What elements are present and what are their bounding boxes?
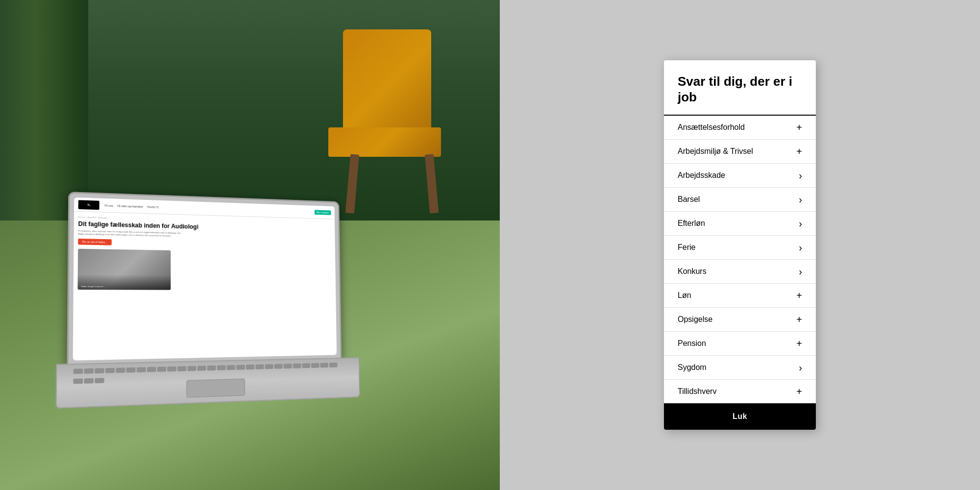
key bbox=[167, 367, 176, 372]
nav-item-3: Hvorfor TL bbox=[147, 205, 159, 209]
plus-icon: + bbox=[796, 315, 802, 324]
card-footer-close[interactable]: Luk bbox=[664, 403, 816, 430]
card-title: Svar til dig, der er i job bbox=[678, 74, 802, 104]
chair bbox=[323, 29, 461, 225]
card-header: Svar til dig, der er i job bbox=[664, 60, 816, 115]
menu-item-barsel[interactable]: Barsel› bbox=[664, 188, 816, 212]
plus-icon: + bbox=[796, 147, 802, 156]
laptop-screen-housing: TL Få svar Få viden og inspiration Hvorf… bbox=[67, 192, 342, 367]
menu-item-label: Sygdom bbox=[678, 363, 707, 372]
key bbox=[84, 378, 94, 383]
menu-item-ansættelsesforhold[interactable]: Ansættelsesforhold+ bbox=[664, 116, 816, 140]
menu-item-løn[interactable]: Løn+ bbox=[664, 284, 816, 308]
site-cta-button[interactable]: Bliv en del af fælles... bbox=[78, 238, 111, 245]
key bbox=[226, 365, 235, 370]
key bbox=[157, 367, 167, 372]
key bbox=[236, 365, 245, 369]
menu-item-sygdom[interactable]: Sygdom› bbox=[664, 356, 816, 380]
laptop-screen: TL Få svar Få viden og inspiration Hvorf… bbox=[73, 197, 337, 361]
key bbox=[147, 367, 156, 372]
menu-item-label: Arbejdsskade bbox=[678, 171, 725, 180]
site-description: Få inspiration, viden og kurser inden fo… bbox=[78, 230, 180, 238]
nav-item-1: Få svar bbox=[104, 204, 113, 207]
menu-item-konkurs[interactable]: Konkurs› bbox=[664, 260, 816, 284]
key bbox=[84, 368, 94, 374]
plus-icon: + bbox=[796, 291, 802, 300]
logo-text: TL bbox=[87, 203, 91, 206]
menu-item-label: Konkurs bbox=[678, 267, 707, 276]
plus-icon: + bbox=[796, 387, 802, 396]
menu-item-arbejdsmiljø-and-trivsel[interactable]: Arbejdsmiljø & Trivsel+ bbox=[664, 140, 816, 164]
image-caption: Sådan brugte Louise en... bbox=[81, 285, 105, 287]
laptop: TL Få svar Få viden og inspiration Hvorf… bbox=[55, 191, 360, 409]
chair-leg-right bbox=[425, 154, 439, 213]
key bbox=[177, 366, 186, 371]
menu-item-label: Efterløn bbox=[678, 219, 705, 228]
menu-item-ferie[interactable]: Ferie› bbox=[664, 236, 816, 260]
chevron-right-icon: › bbox=[799, 171, 802, 180]
right-panel: Svar til dig, der er i job Ansættelsesfo… bbox=[500, 0, 980, 490]
key bbox=[246, 365, 255, 369]
chevron-right-icon: › bbox=[799, 267, 802, 276]
plus-icon: + bbox=[796, 339, 802, 348]
menu-item-label: Tillidshverv bbox=[678, 387, 716, 396]
key bbox=[320, 363, 328, 368]
key bbox=[73, 378, 83, 384]
menu-item-efterløn[interactable]: Efterløn› bbox=[664, 212, 816, 236]
key bbox=[329, 363, 338, 368]
key bbox=[207, 366, 216, 371]
chevron-right-icon: › bbox=[799, 195, 802, 204]
chair-seat bbox=[328, 127, 441, 157]
key bbox=[105, 368, 115, 373]
menu-item-label: Ansættelsesforhold bbox=[678, 123, 745, 132]
card-menu-list: Ansættelsesforhold+Arbejdsmiljø & Trivse… bbox=[664, 116, 816, 403]
key bbox=[274, 364, 283, 368]
key bbox=[74, 368, 83, 374]
menu-item-tillidshverv[interactable]: Tillidshverv+ bbox=[664, 380, 816, 403]
key bbox=[187, 366, 196, 371]
menu-item-label: Opsigelse bbox=[678, 315, 712, 324]
site-logo: TL bbox=[78, 200, 99, 210]
key bbox=[116, 368, 125, 373]
left-panel: TL Få svar Få viden og inspiration Hvorf… bbox=[0, 0, 500, 490]
chevron-right-icon: › bbox=[799, 243, 802, 252]
plus-icon: + bbox=[796, 122, 802, 132]
site-content: Få svar > Brancher > Audiologi Dit fagli… bbox=[74, 212, 336, 294]
nav-item-2: Få viden og inspiration bbox=[117, 204, 143, 208]
key bbox=[284, 364, 292, 368]
key bbox=[255, 364, 264, 369]
close-label: Luk bbox=[733, 412, 747, 420]
key bbox=[293, 364, 301, 368]
key bbox=[197, 366, 206, 371]
key bbox=[311, 363, 319, 368]
key bbox=[217, 365, 226, 370]
key bbox=[95, 368, 104, 373]
site-image: Sådan brugte Louise en... bbox=[78, 248, 171, 290]
key bbox=[302, 363, 310, 368]
key bbox=[137, 367, 146, 372]
menu-item-label: Pension bbox=[678, 339, 706, 348]
chevron-right-icon: › bbox=[799, 219, 802, 228]
nav-cta-button[interactable]: Bliv medlem bbox=[315, 210, 331, 215]
chevron-right-icon: › bbox=[799, 363, 802, 372]
menu-item-label: Løn bbox=[678, 291, 691, 300]
menu-item-label: Ferie bbox=[678, 243, 695, 252]
mobile-card: Svar til dig, der er i job Ansættelsesfo… bbox=[664, 60, 816, 429]
menu-item-label: Barsel bbox=[678, 195, 700, 204]
menu-item-opsigelse[interactable]: Opsigelse+ bbox=[664, 308, 816, 332]
menu-item-label: Arbejdsmiljø & Trivsel bbox=[678, 147, 753, 156]
menu-item-arbejdsskade[interactable]: Arbejdsskade› bbox=[664, 164, 816, 188]
key bbox=[265, 364, 273, 369]
laptop-touchpad bbox=[186, 378, 245, 397]
menu-item-pension[interactable]: Pension+ bbox=[664, 332, 816, 356]
key bbox=[95, 378, 104, 383]
key bbox=[126, 368, 136, 373]
site-nav-items: Få svar Få viden og inspiration Hvorfor … bbox=[104, 204, 310, 213]
